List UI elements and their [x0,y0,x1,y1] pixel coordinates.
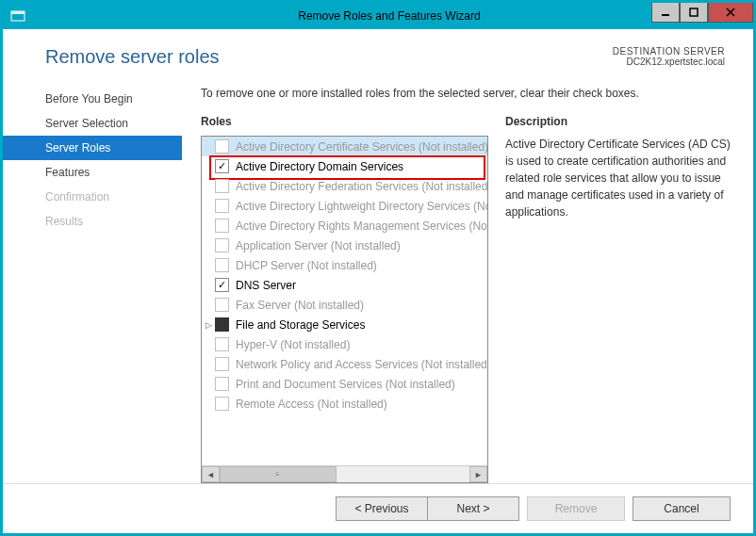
role-checkbox [215,298,229,312]
description-heading: Description [505,115,734,128]
role-row[interactable]: ▷File and Storage Services [202,315,487,334]
role-row: Active Directory Rights Management Servi… [202,216,487,236]
role-checkbox [215,139,229,154]
next-button[interactable]: Next > [427,496,519,521]
window-controls [651,3,753,22]
role-checkbox[interactable] [215,159,229,173]
role-row: Remote Access (Not installed) [202,394,487,414]
wizard-step-results: Results [3,209,182,234]
wizard-step-features[interactable]: Features [3,160,182,185]
role-checkbox[interactable] [215,317,229,332]
close-button[interactable] [708,3,753,23]
wizard-steps-sidebar: Before You BeginServer SelectionServer R… [3,77,182,483]
role-label: Active Directory Rights Management Servi… [236,219,487,233]
wizard-footer: < Previous Next > Remove Cancel [3,483,753,533]
role-row: Active Directory Federation Services (No… [202,176,487,196]
role-row: DHCP Server (Not installed) [202,255,487,275]
role-checkbox [215,219,229,233]
scroll-thumb[interactable]: ≡ [220,466,337,482]
wizard-step-confirmation: Confirmation [3,185,182,209]
scroll-track[interactable]: ≡ [220,466,469,482]
svg-rect-2 [662,14,669,16]
minimize-button[interactable] [651,3,680,23]
role-label: Network Policy and Access Services (Not … [236,358,487,371]
window-title: Remove Roles and Features Wizard [25,9,753,23]
role-row: Fax Server (Not installed) [202,295,487,315]
role-checkbox [215,337,229,351]
role-label: Hyper-V (Not installed) [236,338,350,351]
instruction-text: To remove one or more installed roles fr… [201,87,734,100]
role-label: Active Directory Federation Services (No… [236,180,487,193]
content-area: Remove server roles DESTINATION SERVER D… [3,29,753,533]
role-label: Application Server (Not installed) [236,239,401,252]
role-row[interactable]: DNS Server [202,275,487,295]
roles-heading: Roles [201,115,488,128]
roles-scroll-area[interactable]: Active Directory Certificate Services (N… [202,137,487,465]
horizontal-scrollbar[interactable]: ◄ ≡ ► [202,465,487,482]
scroll-left-button[interactable]: ◄ [202,466,220,482]
role-row: Print and Document Services (Not install… [202,374,487,394]
role-checkbox [215,377,229,391]
role-row: Application Server (Not installed) [202,236,487,255]
app-icon [10,8,25,24]
page-title: Remove server roles [45,46,220,68]
role-label: File and Storage Services [236,318,365,332]
role-checkbox [215,258,229,272]
previous-button[interactable]: < Previous [336,496,427,521]
role-checkbox [215,179,229,193]
role-label: Fax Server (Not installed) [236,299,364,312]
window-chrome: Remove Roles and Features Wizard Remove … [0,0,756,536]
role-label: Remote Access (Not installed) [236,398,387,411]
svg-rect-1 [11,11,25,14]
destination-label: DESTINATION SERVER [613,46,725,57]
wizard-step-before-you-begin[interactable]: Before You Begin [3,87,182,111]
description-text: Active Directory Certificate Services (A… [505,136,734,220]
role-checkbox [215,397,229,411]
role-checkbox[interactable] [215,278,229,292]
roles-column: Roles Active Directory Certificate Servi… [201,115,488,483]
scroll-right-button[interactable]: ► [469,466,487,482]
role-checkbox [215,238,229,252]
role-row: Hyper-V (Not installed) [202,334,487,354]
svg-rect-3 [690,8,698,16]
description-column: Description Active Directory Certificate… [505,115,734,483]
role-label: DNS Server [236,279,296,292]
expand-icon[interactable]: ▷ [204,320,213,330]
wizard-step-server-selection[interactable]: Server Selection [3,111,182,136]
page-body: Before You BeginServer SelectionServer R… [3,77,753,483]
role-label: Active Directory Domain Services [236,160,403,173]
wizard-step-server-roles[interactable]: Server Roles [3,136,182,160]
destination-server: DESTINATION SERVER DC2K12.xpertstec.loca… [613,46,725,67]
titlebar[interactable]: Remove Roles and Features Wizard [3,3,753,29]
nav-button-group: < Previous Next > [336,496,519,521]
page-header: Remove server roles DESTINATION SERVER D… [3,29,753,77]
role-row: Network Policy and Access Services (Not … [202,354,487,374]
role-checkbox [215,357,229,371]
destination-value: DC2K12.xpertstec.local [613,57,725,67]
main-panel: To remove one or more installed roles fr… [182,77,734,483]
cancel-button[interactable]: Cancel [633,496,731,521]
maximize-button[interactable] [680,3,708,23]
role-label: Active Directory Certificate Services (N… [236,140,487,154]
remove-button: Remove [527,496,625,521]
role-row[interactable]: Active Directory Domain Services [202,156,487,176]
role-checkbox [215,199,229,213]
role-row: Active Directory Certificate Services (N… [202,137,487,156]
role-row: Active Directory Lightweight Directory S… [202,196,487,216]
role-label: DHCP Server (Not installed) [236,259,377,272]
role-label: Active Directory Lightweight Directory S… [236,200,487,213]
role-label: Print and Document Services (Not install… [236,378,455,391]
window: Remove Roles and Features Wizard Remove … [3,3,753,533]
columns: Roles Active Directory Certificate Servi… [201,115,734,483]
roles-listbox[interactable]: Active Directory Certificate Services (N… [201,136,488,483]
